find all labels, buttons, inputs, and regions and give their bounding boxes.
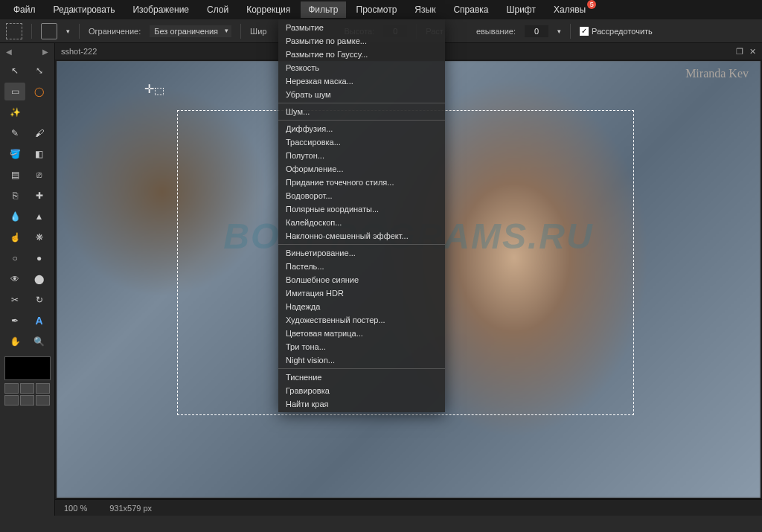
feather-label: евывание: bbox=[476, 27, 516, 36]
filter-item[interactable]: Полярные координаты... bbox=[278, 202, 445, 216]
tool-smudge[interactable]: ☝ bbox=[4, 228, 25, 246]
palette-grid bbox=[4, 383, 50, 406]
constraint-dropdown[interactable]: Без ограничения bbox=[150, 25, 231, 37]
marquee-mode-icon[interactable] bbox=[6, 23, 22, 39]
tool-shape[interactable]: ▲ bbox=[29, 208, 50, 225]
tool-clone[interactable]: ⎘ bbox=[4, 187, 25, 205]
tool-text[interactable]: A bbox=[29, 312, 50, 330]
menu-коррекция[interactable]: Коррекция bbox=[239, 1, 298, 18]
filter-item[interactable]: Цветовая матрица... bbox=[278, 327, 445, 340]
tool-drop[interactable]: 💧 bbox=[4, 208, 25, 225]
filter-item[interactable]: Размытие bbox=[278, 21, 445, 34]
filter-item[interactable]: Размытие по рамке... bbox=[278, 34, 445, 48]
palette-cell[interactable] bbox=[20, 383, 34, 394]
tool-rotate[interactable]: ↻ bbox=[29, 291, 50, 309]
tool-wand[interactable]: ✨ bbox=[4, 103, 25, 121]
filter-item[interactable]: Оформление... bbox=[278, 162, 445, 176]
tool-heal[interactable]: ✚ bbox=[29, 187, 50, 205]
tool-move-alt[interactable]: ⤡ bbox=[29, 62, 50, 80]
nav-next-icon[interactable]: ▶ bbox=[42, 48, 48, 56]
canvas-dimensions: 931x579 px bbox=[109, 504, 152, 513]
filter-item[interactable]: Размытие по Гауссу... bbox=[278, 48, 445, 61]
filter-item[interactable]: Убрать шум bbox=[278, 88, 445, 101]
constraint-label: Ограничение: bbox=[89, 27, 141, 36]
palette-cell[interactable] bbox=[36, 383, 50, 394]
filter-item[interactable]: Три тона... bbox=[278, 340, 445, 353]
palette-cell[interactable] bbox=[4, 383, 19, 394]
tool-dodge[interactable]: ○ bbox=[4, 249, 25, 267]
tool-eraser[interactable]: ◧ bbox=[29, 145, 50, 163]
filter-item[interactable]: Гравировка bbox=[278, 384, 445, 397]
scatter-checkbox[interactable]: ✓ Рассредоточить bbox=[580, 27, 653, 36]
feather-dropdown-arrow[interactable]: ▾ bbox=[557, 28, 561, 35]
tool-bucket[interactable]: 🪣 bbox=[4, 145, 25, 163]
menu-изображение[interactable]: Изображение bbox=[125, 1, 196, 18]
restore-window-icon[interactable]: ❐ bbox=[736, 47, 743, 57]
filter-item[interactable]: Наклонно-смешенный эффект... bbox=[278, 229, 445, 243]
filter-item[interactable]: Придание точечного стиля... bbox=[278, 176, 445, 189]
feather-value[interactable]: 0 bbox=[525, 25, 548, 37]
filter-item[interactable]: Резкость bbox=[278, 61, 445, 74]
tool-brush[interactable]: 🖌 bbox=[29, 124, 50, 142]
filter-item[interactable]: Имитация HDR bbox=[278, 286, 445, 300]
palette-cell[interactable] bbox=[4, 395, 19, 406]
filter-item[interactable]: Трассировка... bbox=[278, 135, 445, 149]
zoom-level[interactable]: 100 % bbox=[64, 504, 87, 513]
tool-pen[interactable]: ✒ bbox=[4, 312, 25, 330]
menu-separator bbox=[278, 120, 445, 121]
badge: 5 bbox=[587, 0, 596, 9]
filter-item[interactable]: Найти края bbox=[278, 397, 445, 411]
shape-mode-icon[interactable] bbox=[41, 23, 57, 39]
menu-просмотр[interactable]: Просмотр bbox=[349, 1, 405, 18]
filter-item[interactable]: Надежда bbox=[278, 300, 445, 313]
tool-gradient[interactable]: ▤ bbox=[4, 166, 25, 184]
filter-item[interactable]: Тиснение bbox=[278, 371, 445, 384]
tool-burn[interactable]: ● bbox=[29, 249, 50, 267]
filter-item[interactable]: Полутон... bbox=[278, 149, 445, 162]
menu-шрифт[interactable]: Шрифт bbox=[499, 1, 542, 18]
filter-item[interactable]: Водоворот... bbox=[278, 189, 445, 202]
foreground-swatch[interactable] bbox=[4, 356, 51, 380]
menu-язык[interactable]: Язык bbox=[407, 1, 443, 18]
status-bar: 100 % 931x579 px bbox=[55, 499, 762, 516]
filter-item[interactable]: Нерезкая маска... bbox=[278, 74, 445, 88]
palette-cell[interactable] bbox=[36, 395, 50, 406]
tool-color-rep[interactable]: ⬤ bbox=[29, 270, 50, 288]
image-signature: Miranda Kev bbox=[685, 67, 749, 80]
tool-sponge[interactable]: ❋ bbox=[29, 228, 50, 246]
filter-item[interactable]: Night vision... bbox=[278, 353, 445, 367]
tool-redeye[interactable]: 👁 bbox=[4, 270, 25, 288]
shape-dropdown-arrow[interactable]: ▾ bbox=[66, 28, 70, 35]
palette-cell[interactable] bbox=[20, 395, 34, 406]
filter-item[interactable]: Виньетирование... bbox=[278, 246, 445, 260]
filter-item[interactable]: Диффузия... bbox=[278, 122, 445, 135]
filter-item[interactable]: Художественный постер... bbox=[278, 313, 445, 327]
toolbox-nav: ◀ ▶ bbox=[1, 46, 53, 60]
close-window-icon[interactable]: ✕ bbox=[749, 47, 756, 57]
tool-lasso[interactable]: ◯ bbox=[29, 83, 50, 100]
document-title[interactable]: sshot-222 bbox=[61, 47, 97, 56]
filter-item[interactable]: Пастель... bbox=[278, 260, 445, 273]
menu-файл[interactable]: Файл bbox=[6, 1, 43, 18]
tool-pencil[interactable]: ✎ bbox=[4, 124, 25, 142]
tool-grid: ↖⤡▭◯✨✎🖌🪣◧▤⎚⎘✚💧▲☝❋○●👁⬤✂↻✒A✋🔍 bbox=[1, 60, 53, 352]
menu-редактировать[interactable]: Редактировать bbox=[46, 1, 123, 18]
tool-hand[interactable]: ✋ bbox=[4, 333, 25, 350]
menu-халявы[interactable]: Халявы5 bbox=[546, 1, 593, 18]
filter-item[interactable]: Волшебное сияние bbox=[278, 273, 445, 286]
filter-item[interactable]: Калейдоскоп... bbox=[278, 216, 445, 229]
width-label: Шир bbox=[250, 27, 266, 36]
menu-фильтр[interactable]: Фильтр bbox=[301, 1, 345, 18]
tool-crop[interactable]: ✂ bbox=[4, 291, 25, 309]
separator bbox=[240, 24, 241, 39]
tool-spacer1[interactable] bbox=[29, 103, 50, 121]
scatter-label: Рассредоточить bbox=[592, 27, 653, 36]
menu-справка[interactable]: Справка bbox=[446, 1, 496, 18]
tool-move[interactable]: ↖ bbox=[4, 62, 25, 80]
tool-stamp[interactable]: ⎚ bbox=[29, 166, 50, 184]
tool-zoom[interactable]: 🔍 bbox=[29, 333, 50, 350]
filter-item[interactable]: Шум... bbox=[278, 105, 445, 118]
nav-prev-icon[interactable]: ◀ bbox=[6, 48, 12, 56]
menu-слой[interactable]: Слой bbox=[199, 1, 236, 18]
tool-marquee[interactable]: ▭ bbox=[4, 83, 25, 100]
